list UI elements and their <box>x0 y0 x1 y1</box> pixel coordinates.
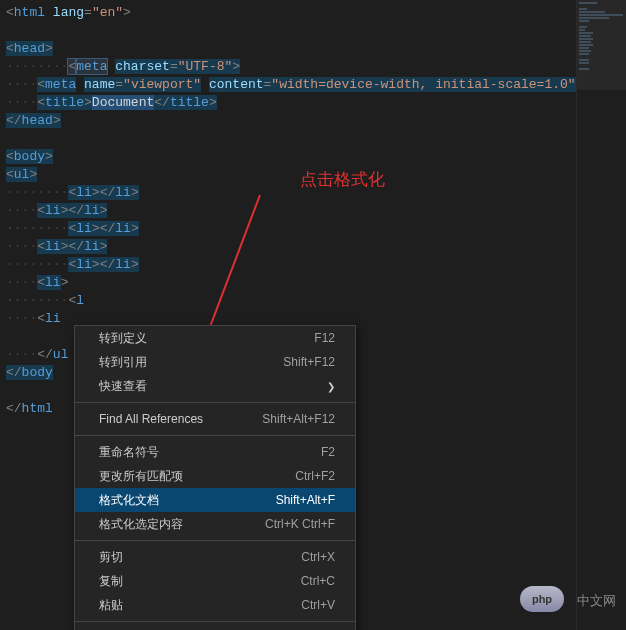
menu-item-label: Find All References <box>99 412 203 426</box>
menu-item-shortcut: F2 <box>321 445 335 459</box>
watermark-logo: php <box>520 586 564 612</box>
menu-item-label: 更改所有匹配项 <box>99 468 183 485</box>
minimap-viewport[interactable] <box>577 0 626 90</box>
menu-separator <box>75 540 355 541</box>
code-line[interactable]: <html lang="en"> <box>6 4 573 22</box>
code-line[interactable]: ········<li></li> <box>6 220 573 238</box>
code-line[interactable] <box>6 130 573 148</box>
chevron-right-icon: ❯ <box>327 381 335 392</box>
code-line[interactable]: </head> <box>6 112 573 130</box>
minimap[interactable] <box>576 0 626 630</box>
menu-item[interactable]: 格式化选定内容Ctrl+K Ctrl+F <box>75 512 355 536</box>
code-line[interactable]: ········<l <box>6 292 573 310</box>
menu-item-shortcut: Ctrl+V <box>301 598 335 612</box>
code-line[interactable]: ····<title>Document</title> <box>6 94 573 112</box>
code-line[interactable]: ········<meta charset="UTF-8"> <box>6 58 573 76</box>
menu-item[interactable]: 转到引用Shift+F12 <box>75 350 355 374</box>
menu-separator <box>75 435 355 436</box>
menu-item-shortcut: Ctrl+K Ctrl+F <box>265 517 335 531</box>
menu-item-label: 转到引用 <box>99 354 147 371</box>
menu-item[interactable]: 格式化文档Shift+Alt+F <box>75 488 355 512</box>
menu-item-label: 快速查看 <box>99 378 147 395</box>
code-line[interactable] <box>6 22 573 40</box>
menu-item[interactable]: 快速查看❯ <box>75 374 355 398</box>
menu-item-label: 格式化文档 <box>99 492 159 509</box>
menu-item-shortcut: Ctrl+F2 <box>295 469 335 483</box>
menu-item-label: 重命名符号 <box>99 444 159 461</box>
code-line[interactable]: ········<li></li> <box>6 184 573 202</box>
menu-item-label: 粘贴 <box>99 597 123 614</box>
menu-item[interactable]: 粘贴Ctrl+V <box>75 593 355 617</box>
menu-item[interactable]: 剪切Ctrl+X <box>75 545 355 569</box>
menu-item[interactable]: 更改所有匹配项Ctrl+F2 <box>75 464 355 488</box>
menu-separator <box>75 621 355 622</box>
menu-item-shortcut: F12 <box>314 331 335 345</box>
code-line[interactable]: ····<li> <box>6 274 573 292</box>
menu-item[interactable]: 转到定义F12 <box>75 326 355 350</box>
menu-item-label: 剪切 <box>99 549 123 566</box>
menu-item[interactable]: 重命名符号F2 <box>75 440 355 464</box>
menu-item-shortcut: Ctrl+X <box>301 550 335 564</box>
code-line[interactable]: ····<li></li> <box>6 238 573 256</box>
menu-item-shortcut: Shift+F12 <box>283 355 335 369</box>
menu-item-shortcut: Shift+Alt+F12 <box>262 412 335 426</box>
menu-separator <box>75 402 355 403</box>
menu-item-shortcut: Ctrl+C <box>301 574 335 588</box>
menu-item-label: 格式化选定内容 <box>99 516 183 533</box>
code-line[interactable]: <body> <box>6 148 573 166</box>
annotation-label: 点击格式化 <box>300 168 385 191</box>
code-line[interactable]: ····<meta name="viewport" content="width… <box>6 76 573 94</box>
menu-item-shortcut: Shift+Alt+F <box>276 493 335 507</box>
context-menu: 转到定义F12转到引用Shift+F12快速查看❯Find All Refere… <box>74 325 356 630</box>
code-line[interactable]: ········<li></li> <box>6 256 573 274</box>
menu-item[interactable]: 命令面板...Ctrl+Shift+P <box>75 626 355 630</box>
watermark-text: 中文网 <box>577 592 616 610</box>
code-line[interactable]: <ul> <box>6 166 573 184</box>
menu-item-label: 复制 <box>99 573 123 590</box>
code-line[interactable]: <head> <box>6 40 573 58</box>
menu-item-label: 转到定义 <box>99 330 147 347</box>
code-line[interactable]: ····<li></li> <box>6 202 573 220</box>
menu-item[interactable]: Find All ReferencesShift+Alt+F12 <box>75 407 355 431</box>
menu-item[interactable]: 复制Ctrl+C <box>75 569 355 593</box>
